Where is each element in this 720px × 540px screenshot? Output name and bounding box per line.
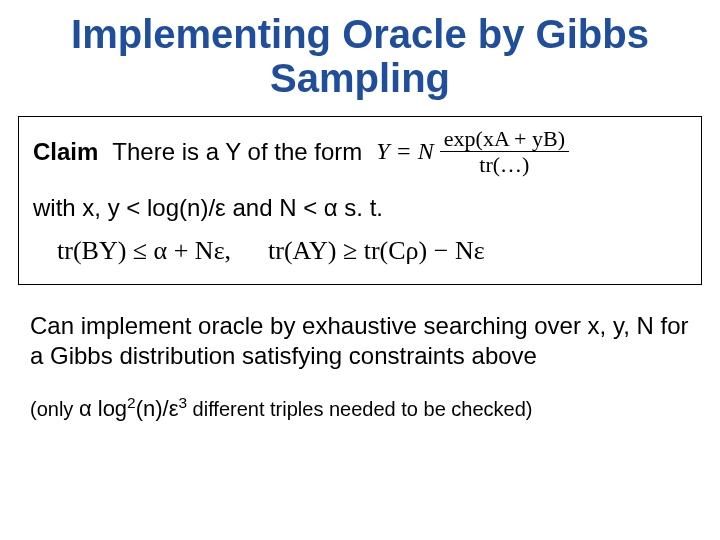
p2-sup2: 3 — [178, 394, 187, 411]
eq-frac-num: exp(xA + yB) — [440, 127, 569, 152]
eq-lhs: Y = N — [376, 138, 434, 165]
claim-box: Claim There is a Y of the form Y = N exp… — [18, 116, 702, 285]
p2-post: different triples needed to be checked) — [187, 398, 532, 420]
claim-equation: Y = N exp(xA + yB) tr(…) — [376, 127, 569, 176]
slide-title: Implementing Oracle by Gibbs Sampling — [0, 0, 720, 106]
body-paragraph-2: (only α log2(n)/ε3 different triples nee… — [30, 395, 690, 424]
eq-fraction: exp(xA + yB) tr(…) — [440, 127, 569, 176]
claim-line-2: with x, y < log(n)/ε and N < α s. t. — [33, 194, 687, 222]
eq-frac-den: tr(…) — [475, 152, 533, 176]
ineq-left: tr(BY) ≤ α + Nε, — [57, 236, 231, 265]
claim-label: Claim — [33, 138, 98, 166]
p2-sup1: 2 — [127, 394, 136, 411]
p2-pre: (only — [30, 398, 79, 420]
claim-inequalities: tr(BY) ≤ α + Nε, tr(AY) ≥ tr(Cρ) − Nε — [57, 236, 687, 266]
claim-line-1: Claim There is a Y of the form Y = N exp… — [33, 127, 687, 176]
slide: Implementing Oracle by Gibbs Sampling Cl… — [0, 0, 720, 540]
claim-lead-text: There is a Y of the form — [112, 138, 362, 166]
p2-expr-b: (n)/ε — [136, 396, 179, 421]
ineq-right: tr(AY) ≥ tr(Cρ) − Nε — [268, 236, 485, 265]
p2-expr-a: α log — [79, 396, 127, 421]
body-paragraph-1: Can implement oracle by exhaustive searc… — [30, 311, 690, 371]
